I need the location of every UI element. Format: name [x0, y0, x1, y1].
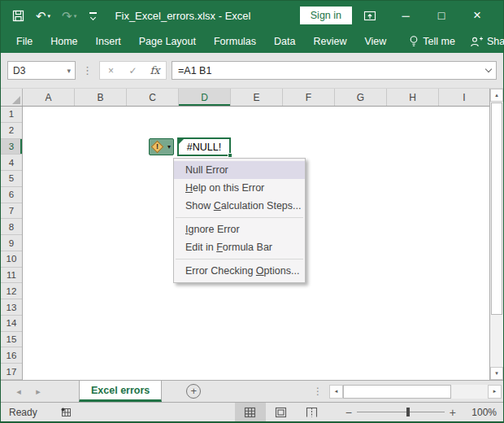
column-headers: A B C D E F G H I — [1, 89, 489, 107]
row-header-3[interactable]: 3 — [1, 139, 22, 155]
menu-item-show-calculation-steps[interactable]: Show Calculation Steps... — [174, 197, 305, 215]
macro-record-icon[interactable] — [60, 407, 72, 417]
column-header-d[interactable]: D — [179, 89, 231, 106]
name-box-input[interactable] — [8, 65, 55, 76]
row-header-11[interactable]: 11 — [1, 268, 22, 284]
normal-view-button[interactable] — [235, 403, 266, 421]
error-indicator-triangle — [179, 139, 184, 144]
tab-view[interactable]: View — [355, 32, 395, 51]
enter-button[interactable]: ✓ — [122, 65, 144, 76]
tab-formulas[interactable]: Formulas — [205, 32, 265, 51]
tell-me-button[interactable]: Tell me — [402, 31, 463, 52]
column-header-b[interactable]: B — [75, 89, 127, 106]
vertical-scroll-track[interactable] — [490, 316, 503, 367]
sign-in-button[interactable]: Sign in — [300, 7, 352, 24]
maximize-button[interactable]: □ — [424, 3, 459, 28]
new-sheet-button[interactable]: + — [186, 384, 201, 399]
column-header-i[interactable]: I — [439, 89, 489, 106]
menu-item-help-on-this-error[interactable]: Help on this Error — [174, 179, 305, 197]
row-header-1[interactable]: 1 — [1, 107, 22, 123]
minimize-button[interactable]: ─ — [388, 3, 424, 28]
menu-item-ignore-error[interactable]: Ignore Error — [174, 220, 305, 238]
ribbon-display-options-button[interactable] — [352, 3, 388, 28]
row-header-12[interactable]: 12 — [1, 283, 22, 299]
tab-home[interactable]: Home — [41, 32, 86, 51]
row-header-14[interactable]: 14 — [1, 316, 22, 332]
zoom-slider-handle[interactable] — [406, 408, 410, 416]
redo-dropdown-icon: ▾ — [74, 13, 77, 19]
undo-button[interactable]: ↶▾ — [36, 10, 50, 22]
tab-file[interactable]: File — [7, 32, 41, 51]
page-layout-icon — [275, 407, 287, 418]
save-icon[interactable] — [12, 10, 24, 22]
menu-item-error-checking-options[interactable]: Error Checking Options... — [174, 262, 305, 280]
share-label: Share — [487, 36, 504, 47]
scroll-left-button[interactable]: ◂ — [329, 385, 343, 399]
chevron-down-icon — [90, 14, 96, 20]
row-header-5[interactable]: 5 — [1, 171, 22, 187]
expand-formula-bar-button[interactable] — [481, 69, 496, 72]
menu-item-edit-in-formula-bar[interactable]: Edit in Formula Bar — [174, 238, 305, 256]
tab-review[interactable]: Review — [304, 32, 355, 51]
page-layout-view-button[interactable] — [266, 403, 297, 421]
person-plus-icon — [470, 36, 483, 48]
formula-input[interactable] — [172, 65, 481, 76]
share-button[interactable]: Share — [463, 32, 504, 52]
cancel-button[interactable]: × — [100, 65, 122, 76]
chevron-down-icon — [485, 66, 492, 72]
active-cell[interactable]: #NULL! — [177, 137, 231, 156]
row-header-9[interactable]: 9 — [1, 235, 22, 251]
error-options-button[interactable]: ! ▾ — [149, 138, 174, 155]
sheet-tab-excel-errors[interactable]: Excel errors — [79, 381, 162, 402]
row-header-6[interactable]: 6 — [1, 187, 22, 203]
horizontal-scrollbar[interactable]: ◂ ▸ — [329, 385, 502, 399]
page-break-preview-button[interactable] — [297, 403, 328, 421]
customize-quick-access-button[interactable] — [89, 12, 97, 20]
name-box-dropdown-icon[interactable]: ▾ — [67, 67, 71, 75]
column-header-a[interactable]: A — [23, 89, 75, 106]
column-header-g[interactable]: G — [335, 89, 387, 106]
formula-bar-splitter[interactable]: ⋮ — [80, 64, 94, 76]
vertical-scrollbar[interactable]: ▴ ▾ — [489, 89, 503, 380]
row-header-2[interactable]: 2 — [1, 123, 22, 139]
column-header-c[interactable]: C — [127, 89, 179, 106]
close-button[interactable]: × — [459, 3, 495, 28]
undo-dropdown-icon[interactable]: ▾ — [48, 13, 51, 19]
row-header-15[interactable]: 15 — [1, 332, 22, 348]
column-header-h[interactable]: H — [387, 89, 439, 106]
row-header-10[interactable]: 10 — [1, 251, 22, 268]
name-box[interactable]: ▾ — [7, 61, 76, 80]
sheet-tab-bar: ◂ ▸ Excel errors + ⋮ ◂ ▸ — [1, 380, 503, 402]
sheet-nav-right-icon[interactable]: ▸ — [28, 386, 48, 397]
zoom-in-button[interactable]: + — [445, 406, 461, 419]
row-header-16[interactable]: 16 — [1, 347, 22, 364]
row-header-8[interactable]: 8 — [1, 219, 22, 235]
scroll-down-button[interactable]: ▾ — [490, 367, 503, 380]
menu-item-null-error[interactable]: Null Error — [174, 161, 305, 179]
vertical-scroll-thumb[interactable] — [491, 102, 502, 315]
zoom-slider-track[interactable] — [357, 412, 445, 412]
row-header-7[interactable]: 7 — [1, 203, 22, 220]
zoom-level[interactable]: 100% — [469, 407, 497, 418]
row-header-13[interactable]: 13 — [1, 299, 22, 316]
select-all-button[interactable] — [1, 89, 23, 106]
scroll-right-button[interactable]: ▸ — [488, 385, 502, 399]
rows-region: 1 2 3 4 5 6 7 8 9 10 11 12 13 14 15 16 1 — [1, 107, 489, 380]
tab-data[interactable]: Data — [265, 32, 304, 51]
column-header-f[interactable]: F — [283, 89, 335, 106]
column-header-e[interactable]: E — [231, 89, 283, 106]
row-header-17[interactable]: 17 — [1, 364, 22, 380]
tab-scrollbar-splitter[interactable]: ⋮ — [313, 386, 323, 397]
zoom-out-button[interactable]: − — [341, 406, 357, 419]
sheet-nav-left-icon[interactable]: ◂ — [9, 386, 28, 397]
scroll-up-button[interactable]: ▴ — [490, 89, 503, 102]
redo-button[interactable]: ↷▾ — [62, 10, 76, 22]
horizontal-scroll-track[interactable] — [343, 385, 488, 399]
title-bar: ↶▾ ↷▾ Fix_Excel_errors.xlsx - Excel Sign… — [1, 1, 503, 30]
tab-insert[interactable]: Insert — [87, 32, 130, 51]
error-context-menu: Null Error Help on this Error Show Calcu… — [173, 158, 306, 283]
insert-function-button[interactable]: fx — [144, 64, 166, 76]
tab-page-layout[interactable]: Page Layout — [130, 32, 205, 51]
row-header-4[interactable]: 4 — [1, 155, 22, 171]
horizontal-scroll-thumb[interactable] — [343, 385, 451, 399]
